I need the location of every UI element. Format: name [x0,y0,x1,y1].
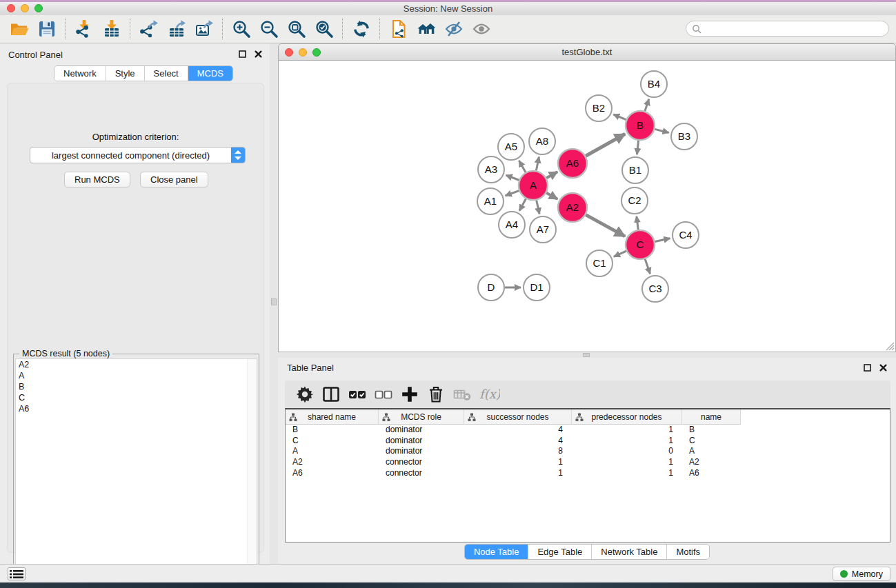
memory-button[interactable]: Memory [833,567,890,581]
graph-node-A3[interactable]: A3 [478,156,504,183]
settings-gear-icon[interactable] [293,383,317,405]
graph-edge-A-A5[interactable] [519,161,526,172]
graph-node-D1[interactable]: D1 [524,274,550,301]
graph-edge-B-B2[interactable] [613,114,626,120]
graph-node-D[interactable]: D [478,274,504,301]
graph-edge-A-A3[interactable] [506,175,519,180]
graph-node-B3[interactable]: B3 [671,123,697,150]
graph-edge-C-C4[interactable] [655,239,670,242]
graph-node-B1[interactable]: B1 [622,157,648,183]
graph-edge-B-B3[interactable] [655,129,668,132]
new-network-from-selection-icon[interactable] [386,17,411,41]
graph-edge-A-A2[interactable] [546,193,557,199]
tab-motifs[interactable]: Motifs [666,545,709,559]
export-table-icon[interactable] [164,17,189,41]
tab-network[interactable]: Network [54,66,106,81]
graph-node-A4[interactable]: A4 [499,212,525,238]
close-panel-icon[interactable] [878,363,888,372]
table-row[interactable]: Cdominator41C [286,436,890,447]
criterion-select[interactable]: largest connected component (directed) [30,147,246,163]
zoom-fit-icon[interactable] [284,17,309,41]
export-network-icon[interactable] [137,17,161,41]
graph-node-B2[interactable]: B2 [586,95,612,121]
mcds-result-list[interactable]: A2ABCA6 [15,358,257,588]
result-list-item[interactable]: C [16,392,257,403]
split-handle[interactable] [271,298,277,305]
close-panel-icon[interactable] [253,49,263,59]
graph-node-A8[interactable]: A8 [529,128,555,154]
result-list-scrollbar[interactable] [247,359,257,587]
network-canvas[interactable]: B4B2BB3A8A5A6B1A3AA1C2A2A4A7C4CC1C3DD1 [278,61,896,352]
graph-edge-A6-B[interactable] [586,134,625,156]
delete-column-icon[interactable] [424,383,448,405]
graph-node-C2[interactable]: C2 [621,187,648,214]
unselect-all-checks-icon[interactable] [372,383,395,405]
graph-edge-C-C1[interactable] [614,251,626,256]
zoom-selected-icon[interactable] [312,17,337,41]
float-panel-icon[interactable] [862,363,872,372]
graph-node-B[interactable]: B [626,111,655,140]
export-image-icon[interactable] [192,17,217,41]
horizontal-split-divider[interactable] [278,352,896,358]
hide-selected-icon[interactable] [441,17,466,41]
graph-node-C4[interactable]: C4 [673,222,699,248]
graph-edge-A-A6[interactable] [546,172,557,178]
main-titlebar[interactable]: Session: New Session [0,2,896,16]
graph-node-A6[interactable]: A6 [558,149,587,178]
float-panel-icon[interactable] [237,49,247,59]
graph-edge-C-C2[interactable] [637,216,638,230]
graph-node-A1[interactable]: A1 [477,188,504,214]
first-neighbors-icon[interactable] [414,17,439,41]
zoom-in-icon[interactable] [229,17,254,41]
graph-node-A2[interactable]: A2 [558,193,587,222]
vertical-split-divider[interactable] [270,43,278,564]
column-header-predecessor-nodes[interactable]: predecessor nodes [572,409,682,425]
graph-edge-A-A4[interactable] [519,199,526,210]
close-panel-button[interactable]: Close panel [140,172,208,187]
tab-select[interactable]: Select [144,66,188,81]
tab-edge-table[interactable]: Edge Table [528,545,591,559]
tab-network-table[interactable]: Network Table [591,545,666,559]
graph-edge-B-B1[interactable] [637,141,638,154]
split-handle[interactable] [583,353,590,357]
table-row[interactable]: A6connector11A6 [286,468,890,479]
column-header-MCDS-role[interactable]: MCDS role [379,409,464,425]
open-session-icon[interactable] [7,17,32,41]
graph-node-C1[interactable]: C1 [586,250,613,276]
tab-style[interactable]: Style [106,66,144,81]
graph-edge-A-A8[interactable] [536,157,539,171]
table-row[interactable]: Adominator80A [286,446,890,457]
tab-node-table[interactable]: Node Table [465,545,528,559]
result-list-item[interactable]: A [16,370,257,381]
result-list-item[interactable]: A2 [16,359,257,370]
zoom-out-icon[interactable] [257,17,281,41]
column-header-shared-name[interactable]: shared name [286,409,379,425]
import-network-icon[interactable] [72,17,97,41]
graph-node-C3[interactable]: C3 [642,276,668,302]
select-all-checks-icon[interactable] [346,383,369,405]
import-table-icon[interactable] [99,17,124,41]
result-list-item[interactable]: A6 [16,403,257,414]
table-row[interactable]: A2connector11A2 [286,457,890,468]
column-header-successor-nodes[interactable]: successor nodes [464,409,572,425]
show-all-icon[interactable] [469,17,494,41]
graph-node-A[interactable]: A [519,171,548,200]
search-input[interactable] [705,23,883,34]
add-column-icon[interactable] [398,383,421,405]
graph-edge-B-B4[interactable] [645,99,649,111]
show-panels-list-icon[interactable] [8,567,26,580]
graph-edge-A-A1[interactable] [506,191,519,196]
graph-edge-C-C3[interactable] [645,259,650,274]
graph-edge-A2-C[interactable] [586,215,625,236]
run-mcds-button[interactable]: Run MCDS [64,172,130,187]
refresh-layout-icon[interactable] [349,17,374,41]
graph-node-A7[interactable]: A7 [530,216,556,243]
table-row[interactable]: Bdominator41B [286,425,890,436]
tab-mcds[interactable]: MCDS [188,66,232,81]
graph-node-C[interactable]: C [626,230,655,259]
column-header-name[interactable]: name [682,409,741,425]
resize-grip[interactable] [885,341,895,351]
graph-node-A5[interactable]: A5 [498,134,524,160]
toggle-columns-icon[interactable] [319,383,343,405]
result-list-item[interactable]: B [16,381,257,392]
